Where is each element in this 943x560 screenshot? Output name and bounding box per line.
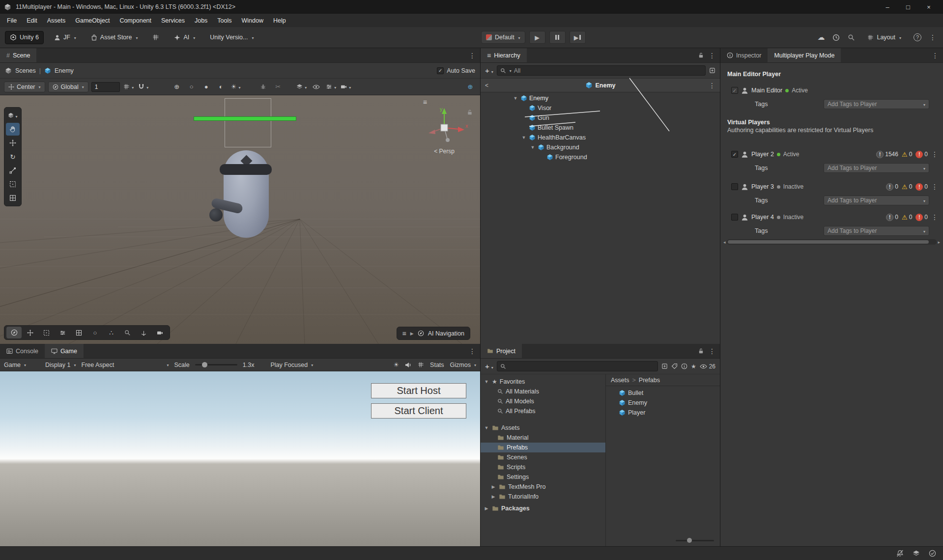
player-4-checkbox[interactable] (731, 214, 738, 221)
sphere-button[interactable]: ○ (87, 327, 103, 338)
scroll-right-icon[interactable]: ▸ (938, 240, 940, 245)
expander-icon[interactable] (484, 380, 489, 384)
asset-zoom-knob[interactable] (687, 538, 692, 543)
view-options-dropdown[interactable] (6, 109, 20, 122)
tree-row-gun[interactable]: Gun (481, 113, 720, 123)
error-icon[interactable] (915, 151, 923, 158)
player-2-menu-icon[interactable] (931, 150, 938, 158)
scrollbar-track[interactable] (727, 239, 937, 245)
check-circle-icon[interactable] (929, 550, 936, 557)
inspector-panel-menu-icon[interactable] (932, 52, 939, 59)
player-2-tags-dropdown[interactable]: Add Tags to Player (824, 163, 929, 173)
log-count-icon[interactable] (886, 214, 893, 221)
asset-player[interactable]: Player (606, 408, 720, 418)
scale-tool-button[interactable] (6, 164, 20, 177)
hidden-count[interactable]: 26 (700, 363, 715, 370)
lock-icon[interactable] (698, 348, 704, 354)
asset-zoom-slider[interactable] (676, 540, 714, 541)
player-4-tags-dropdown[interactable]: Add Tags to Player (824, 226, 929, 236)
layers-dropdown[interactable] (296, 82, 308, 92)
search-filter-caret-icon[interactable] (510, 67, 512, 74)
unity-hub-button[interactable]: Unity 6 (5, 31, 44, 44)
lighting-toggle-button[interactable]: ◐ (215, 82, 227, 92)
packages-root[interactable]: Packages (481, 504, 605, 513)
folder-prefabs[interactable]: Prefabs (481, 443, 605, 452)
horizontal-scrollbar[interactable]: ◂ ▸ (723, 239, 940, 245)
rotate-tool-button[interactable]: ↻ (6, 150, 20, 163)
cutting-button[interactable]: ✂ (272, 82, 284, 92)
project-search[interactable] (497, 361, 658, 371)
folder-scenes[interactable]: Scenes (481, 452, 605, 462)
asset-store-dropdown[interactable]: Asset Store (86, 31, 143, 44)
hand-tool-button[interactable] (6, 123, 20, 136)
hierarchy-panel-menu-icon[interactable] (709, 52, 715, 59)
menu-tools[interactable]: Tools (212, 14, 236, 27)
add-gameobject-button[interactable]: + (485, 66, 493, 75)
player-3-menu-icon[interactable] (931, 183, 938, 191)
tab-console[interactable]: Console (0, 344, 45, 358)
expand-icon[interactable]: ▶ (410, 331, 414, 336)
focus-mode-dropdown[interactable]: Play Focused (270, 362, 313, 368)
menu-jobs[interactable]: Jobs (190, 14, 212, 27)
log-count-icon[interactable] (876, 151, 884, 158)
zoom-button[interactable] (120, 327, 135, 338)
expander-icon[interactable] (530, 145, 536, 150)
hierarchy-search[interactable]: All (497, 65, 706, 76)
overlay-drag-icon[interactable] (402, 330, 406, 337)
menu-edit[interactable]: Edit (22, 14, 42, 27)
alert-filter-icon[interactable] (681, 363, 687, 369)
tree-row-bullet-spawn[interactable]: Bullet Spawn (481, 123, 720, 133)
favorite-all-materials[interactable]: All Materials (481, 387, 605, 396)
camera-settings-dropdown[interactable] (340, 82, 352, 92)
minimize-button[interactable]: – (877, 0, 898, 14)
menu-help[interactable]: Help (268, 14, 291, 27)
favorite-all-models[interactable]: All Models (481, 396, 605, 406)
warning-icon[interactable] (902, 151, 908, 158)
start-client-button[interactable]: Start Client (371, 403, 466, 419)
prefab-header-menu-icon[interactable] (709, 82, 715, 89)
search-icon[interactable] (848, 34, 855, 41)
menu-component[interactable]: Component (114, 14, 156, 27)
menu-window[interactable]: Window (237, 14, 268, 27)
orientation-dropdown[interactable]: Global (48, 82, 88, 92)
camera-preview-button[interactable] (152, 327, 168, 338)
project-search-input[interactable] (509, 363, 655, 370)
error-icon[interactable] (915, 214, 923, 221)
tab-inspector[interactable]: Inspector (720, 48, 768, 62)
lock-icon[interactable] (698, 52, 704, 58)
scene-nav-button[interactable] (6, 327, 22, 338)
scale-slider[interactable] (195, 364, 237, 365)
tab-hierarchy[interactable]: Hierarchy (481, 48, 527, 62)
add-asset-button[interactable]: + (485, 362, 493, 370)
tab-project[interactable]: Project (481, 344, 522, 358)
folder-material[interactable]: Material (481, 433, 605, 443)
scene-panel-menu-icon[interactable] (469, 52, 476, 59)
game-viewport[interactable]: Start Host Start Client (0, 371, 480, 546)
account-dropdown[interactable]: JF (50, 31, 81, 44)
favorites-filter-icon[interactable] (691, 363, 696, 370)
cloud-icon[interactable] (817, 33, 825, 42)
error-icon[interactable] (915, 183, 923, 191)
menu-services[interactable]: Services (156, 14, 190, 27)
display-dropdown[interactable]: Display 1 (45, 362, 76, 368)
tab-scene[interactable]: # Scene (0, 48, 36, 62)
folder-textmesh-pro[interactable]: TextMesh Pro (481, 482, 605, 492)
tree-row-enemy[interactable]: Enemy (481, 93, 720, 103)
tree-row-background[interactable]: Background (481, 142, 720, 152)
folder-scripts[interactable]: Scripts (481, 462, 605, 472)
axes-button[interactable] (136, 327, 151, 338)
expander-icon[interactable] (484, 506, 489, 511)
transform-tool-button[interactable] (6, 192, 20, 204)
layout-dropdown[interactable]: Layout (863, 31, 906, 44)
marquee-button[interactable] (39, 327, 54, 338)
game-panel-menu-icon[interactable] (469, 347, 476, 355)
maximize-button[interactable]: □ (898, 0, 918, 14)
close-button[interactable]: × (918, 0, 939, 14)
expander-icon[interactable] (490, 485, 496, 489)
shading-mode-button[interactable]: ○ (186, 82, 198, 92)
player-4-menu-icon[interactable] (931, 213, 938, 221)
version-control-button[interactable] (148, 31, 164, 44)
folder-tutorialinfo[interactable]: TutorialInfo (481, 492, 605, 502)
pause-button[interactable] (549, 31, 566, 44)
scene-viewport[interactable]: y x < Persp ↻ (0, 95, 480, 344)
